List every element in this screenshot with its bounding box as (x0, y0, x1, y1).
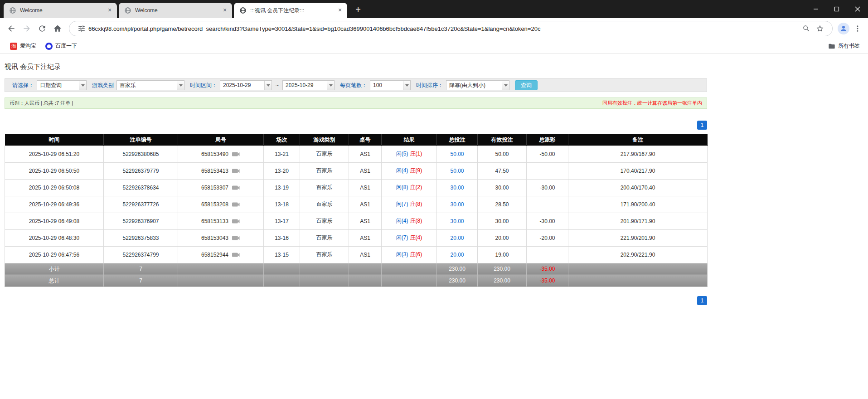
total-bet-link[interactable]: 50.00 (450, 151, 464, 157)
cell-valid-bet: 19.00 (478, 246, 527, 263)
bookmark-baidu[interactable]: 百度一下 (41, 41, 82, 52)
round-number: 658153043 (201, 235, 228, 241)
total-bet-link[interactable]: 30.00 (450, 201, 464, 208)
chevron-down-icon (327, 81, 334, 90)
total-bet-link[interactable]: 50.00 (450, 168, 464, 174)
cell-bet-id: 522926377726 (104, 196, 178, 213)
result-player: 闲(7) (396, 234, 408, 241)
page-1-button[interactable]: 1 (697, 121, 707, 130)
bookmark-star-icon[interactable] (816, 24, 824, 33)
subtotal-count: 7 (104, 263, 178, 275)
kebab-menu-icon (853, 24, 862, 33)
result-player: 闲(3) (396, 251, 408, 258)
cell-total-bet: 50.00 (437, 146, 478, 162)
tab-bet-records[interactable]: :::视讯 会员下注纪录::: × (234, 3, 347, 18)
bookmark-aitaobao[interactable]: 淘 爱淘宝 (5, 41, 41, 52)
reload-button[interactable] (34, 21, 50, 36)
total-bet-link[interactable]: 20.00 (450, 252, 464, 258)
per-page-select[interactable]: 100 (370, 80, 411, 90)
total-bet-link[interactable]: 30.00 (450, 218, 464, 224)
cell-total-bet: 30.00 (437, 179, 478, 196)
table-row: 2025-10-29 06:51:20 522926380685 6581534… (5, 146, 708, 162)
search-button[interactable]: 查询 (515, 80, 538, 90)
cell-valid-bet: 20.00 (478, 229, 527, 246)
cell-payout (527, 246, 568, 263)
cell-game-type: 百家乐 (300, 246, 349, 263)
round-number: 658152944 (201, 252, 228, 258)
chevron-down-icon (403, 81, 410, 90)
cell-bet-id: 522926375833 (104, 229, 178, 246)
minimize-button[interactable] (805, 0, 826, 18)
result-banker: 庄(8) (410, 218, 422, 224)
video-icon[interactable] (232, 235, 240, 241)
home-button[interactable] (50, 21, 65, 36)
cell-game-type: 百家乐 (300, 146, 349, 162)
video-icon[interactable] (232, 151, 240, 157)
chevron-down-icon (177, 81, 184, 90)
cell-bet-id: 522926379779 (104, 162, 178, 179)
tab-close-icon[interactable]: × (221, 7, 228, 14)
cell-time: 2025-10-29 06:49:36 (5, 196, 104, 213)
cell-round: 658153490 (178, 146, 264, 162)
cell-time: 2025-10-29 06:50:50 (5, 162, 104, 179)
cell-bet-id: 522926374799 (104, 246, 178, 263)
browser-menu-button[interactable] (851, 21, 864, 36)
zoom-icon[interactable] (802, 24, 810, 33)
query-type-select[interactable]: 日期查询 (37, 80, 87, 90)
maximize-button[interactable] (826, 0, 847, 18)
back-arrow-icon (7, 24, 16, 33)
globe-icon (124, 7, 131, 14)
cell-round: 658153208 (178, 196, 264, 213)
col-payout: 总派彩 (527, 134, 568, 146)
sort-select[interactable]: 降幂(由大到小) (446, 80, 509, 90)
col-valid-bet: 有效投注 (478, 134, 527, 146)
cell-table-no: AS1 (349, 246, 382, 263)
date-to-select[interactable]: 2025-10-29 (282, 80, 335, 90)
video-icon[interactable] (232, 201, 240, 208)
address-bar[interactable]: 66cxkj98.com/ipl/portal.php/game/betreco… (69, 21, 833, 36)
site-settings-icon[interactable] (78, 24, 86, 33)
cell-table-no: AS1 (349, 179, 382, 196)
tab-welcome-2[interactable]: Welcome × (119, 3, 232, 18)
all-bookmarks-button[interactable]: 所有书签 (828, 42, 863, 50)
video-icon[interactable] (232, 218, 240, 224)
sort-label: 时间排序： (416, 82, 443, 89)
page-1-button[interactable]: 1 (697, 296, 707, 305)
person-icon (839, 24, 848, 33)
cell-payout: -50.00 (527, 146, 568, 162)
subtotal-valid-bet: 230.00 (478, 263, 527, 275)
subtotal-label: 小计 (5, 263, 104, 275)
subtotal-row: 小计 7 230.00 230.00 -35.00 (5, 263, 708, 275)
result-player: 闲(5) (396, 151, 408, 157)
cell-valid-bet: 50.00 (478, 146, 527, 162)
game-type-select[interactable]: 百家乐 (116, 80, 184, 90)
tab-close-icon[interactable]: × (106, 7, 113, 14)
col-result: 结果 (382, 134, 437, 146)
new-tab-button[interactable]: + (352, 4, 364, 16)
video-icon[interactable] (232, 168, 240, 174)
round-number: 658153413 (201, 168, 228, 174)
video-icon[interactable] (232, 185, 240, 191)
cell-round: 658152944 (178, 246, 264, 263)
cell-note: 171.90/200.40 (568, 196, 708, 213)
pagination-bottom: 1 (5, 296, 707, 305)
table-row: 2025-10-29 06:49:36 522926377726 6581532… (5, 196, 708, 213)
cell-total-bet: 30.00 (437, 213, 478, 229)
tab-welcome-1[interactable]: Welcome × (4, 3, 117, 18)
video-icon[interactable] (232, 252, 240, 258)
back-button[interactable] (4, 21, 19, 36)
cell-session: 13-19 (264, 179, 300, 196)
forward-button[interactable] (19, 21, 34, 36)
total-bet-link[interactable]: 30.00 (450, 185, 464, 191)
total-bet-link[interactable]: 20.00 (450, 235, 464, 241)
date-from-select[interactable]: 2025-10-29 (220, 80, 272, 90)
cell-note: 170.40/217.90 (568, 162, 708, 179)
close-button[interactable] (847, 0, 868, 18)
cell-time: 2025-10-29 06:50:08 (5, 179, 104, 196)
cell-session: 13-21 (264, 146, 300, 162)
cell-round: 658153413 (178, 162, 264, 179)
cell-valid-bet: 30.00 (478, 179, 527, 196)
cell-result: 闲(7)庄(4) (382, 229, 437, 246)
tab-close-icon[interactable]: × (336, 7, 344, 14)
profile-button[interactable] (836, 21, 851, 36)
